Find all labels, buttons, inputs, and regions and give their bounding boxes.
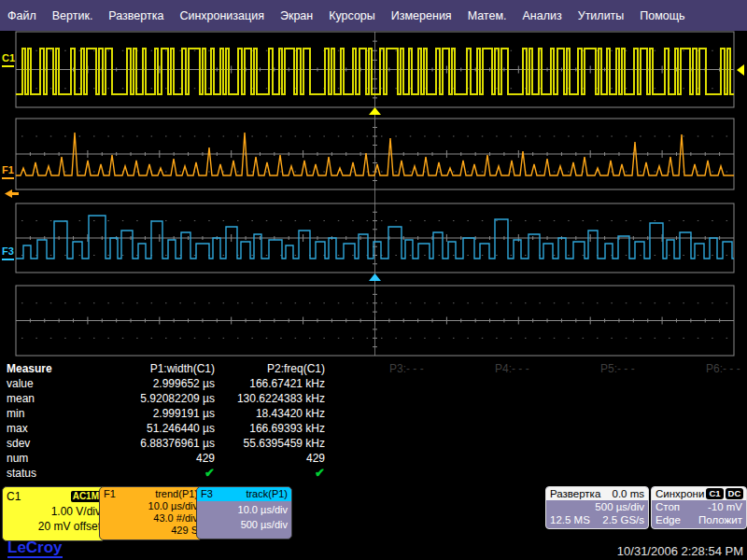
measure-cell: 6.88376961 µs xyxy=(84,436,215,451)
measure-cell: 166.69393 kHz xyxy=(215,421,325,436)
measure-cell: 166.67421 kHz xyxy=(215,376,325,391)
f3-hdiv-value: 500 µs/div xyxy=(201,517,288,532)
menu-item-cursors[interactable]: Курсоры xyxy=(329,9,375,22)
f1-scale-value: 10.0 µs/div xyxy=(104,500,198,512)
lecroy-logo: LeCroy xyxy=(7,539,63,558)
c1-vdiv-value: 1.00 V/div xyxy=(7,504,101,519)
menu-item-help[interactable]: Помощь xyxy=(640,9,684,22)
f3-descriptor-name: F3 xyxy=(201,487,213,501)
f1-function-label: trend(P1) xyxy=(155,488,198,500)
measure-cell: 130.6224383 kHz xyxy=(215,391,325,406)
menu-bar: Файл Вертик. Развертка Синхронизация Экр… xyxy=(0,0,747,31)
f1-descriptor-box[interactable]: F1 trend(P1) 10.0 µs/div 43.0 #/div 429 … xyxy=(99,486,203,540)
f1-zero-level-marker[interactable] xyxy=(2,177,14,179)
menu-item-display[interactable]: Экран xyxy=(280,9,313,22)
f1-offscreen-arrow-shaft xyxy=(12,192,19,195)
measure-cell: 18.43420 kHz xyxy=(215,406,325,421)
trigger-source-badge: C1 xyxy=(706,488,723,499)
f1-offscreen-arrow-icon xyxy=(5,189,12,198)
menu-item-vertical[interactable]: Вертик. xyxy=(52,9,93,22)
f3-scale-value: 10.0 µs/div xyxy=(201,502,288,517)
f1-samples-value: 429 S xyxy=(104,525,198,537)
measure-cell: 55.6395459 kHz xyxy=(215,436,325,451)
measure-cell: 51.246440 µs xyxy=(84,421,215,436)
datetime-display: 10/31/2006 2:28:54 PM xyxy=(617,544,743,558)
c1-zero-level-marker[interactable] xyxy=(2,65,14,67)
f3-trace-label-text: F3 xyxy=(2,245,14,257)
timebase-title: Развертка xyxy=(550,487,600,500)
measure-row-label: max xyxy=(7,421,84,436)
measure-row-label: sdev xyxy=(7,436,84,451)
menu-item-measure[interactable]: Измерения xyxy=(391,9,452,22)
c1-offset-value: 20 mV offset xyxy=(7,519,101,534)
measure-cell: 429 xyxy=(84,451,215,466)
f1-descriptor-name: F1 xyxy=(104,488,116,500)
menu-item-trigger[interactable]: Синхронизация xyxy=(179,9,264,22)
trigger-mode-value: Стоп xyxy=(655,500,680,513)
f3-time-marker[interactable] xyxy=(369,273,381,281)
c1-trace-label-text: C1 xyxy=(2,52,15,63)
f3-trace-label[interactable]: F3 xyxy=(2,246,14,260)
menu-item-utilities[interactable]: Утилиты xyxy=(578,9,625,22)
measure-row-label: status xyxy=(7,466,84,481)
measure-cell: 2.999652 µs xyxy=(84,376,215,391)
c1-trace-label[interactable]: C1 xyxy=(2,53,15,67)
measure-p6-header[interactable]: P6:- - - xyxy=(706,361,740,376)
measure-title: Measure xyxy=(7,361,84,376)
measure-cell: 5.92082209 µs xyxy=(84,391,215,406)
trigger-time-marker[interactable] xyxy=(369,107,381,115)
menu-item-math[interactable]: Матем. xyxy=(468,9,507,22)
measure-p1-header[interactable]: P1:width(C1) xyxy=(84,361,215,376)
f3-descriptor-box[interactable]: F3 track(P1) 10.0 µs/div 500 µs/div xyxy=(196,486,292,539)
measure-row-label: value xyxy=(7,376,84,391)
menu-item-analysis[interactable]: Анализ xyxy=(522,9,561,22)
p1-status-ok-icon: ✔ xyxy=(84,466,215,481)
trigger-level-value: -10 mV xyxy=(708,500,742,513)
measure-p2-header[interactable]: P2:freq(C1) xyxy=(215,361,325,376)
measure-p4-header[interactable]: P4:- - - xyxy=(495,361,529,376)
c1-descriptor-box[interactable]: C1 AC1M 1.00 V/div 20 mV offset xyxy=(2,486,106,541)
timebase-delay-value: 0.0 ms xyxy=(612,487,644,500)
measure-table: Measure P1:width(C1) P2:freq(C1) value 2… xyxy=(7,361,325,481)
measure-row-label: mean xyxy=(7,391,84,406)
trigger-type-value: Edge xyxy=(655,513,681,526)
c1-descriptor-name: C1 xyxy=(7,489,21,504)
measure-cell: 429 xyxy=(215,451,325,466)
trigger-slope-value: Положит xyxy=(698,513,742,526)
f1-trace-label-text: F1 xyxy=(2,164,14,175)
menu-item-timebase[interactable]: Развертка xyxy=(108,9,163,22)
f1-trace-label[interactable]: F1 xyxy=(2,165,14,179)
measure-p5-header[interactable]: P5:- - - xyxy=(600,361,635,376)
f3-zero-level-marker[interactable] xyxy=(2,259,14,260)
c1-coupling-badge: AC1M xyxy=(71,491,101,502)
trigger-coupling-badge: DC xyxy=(726,488,744,499)
menu-item-file[interactable]: Файл xyxy=(7,9,36,22)
timebase-scale-value: 500 µs/div xyxy=(546,500,648,513)
timebase-box[interactable]: Развертка 0.0 ms 500 µs/div 12.5 MS 2.5 … xyxy=(545,486,649,529)
measure-row-label: min xyxy=(7,406,84,421)
measure-row-label: num xyxy=(7,451,84,466)
oscilloscope-screen: { "menu": { "items": ["Файл","Вертик.","… xyxy=(0,0,747,560)
trigger-box[interactable]: Синхрони C1 DC Стоп -10 mV Edge Положит xyxy=(651,486,747,529)
f3-function-label: track(P1) xyxy=(246,487,288,501)
timebase-rate-value: 2.5 GS/s xyxy=(602,513,644,526)
trigger-level-marker[interactable] xyxy=(737,64,744,76)
timebase-samples-value: 12.5 MS xyxy=(550,513,590,526)
f1-hdiv-value: 43.0 #/div xyxy=(104,512,198,525)
measure-cell: 2.999191 µs xyxy=(84,406,215,421)
measure-p3-header[interactable]: P3:- - - xyxy=(389,361,424,376)
p2-status-ok-icon: ✔ xyxy=(215,466,325,481)
trigger-title: Синхрони xyxy=(655,487,704,500)
